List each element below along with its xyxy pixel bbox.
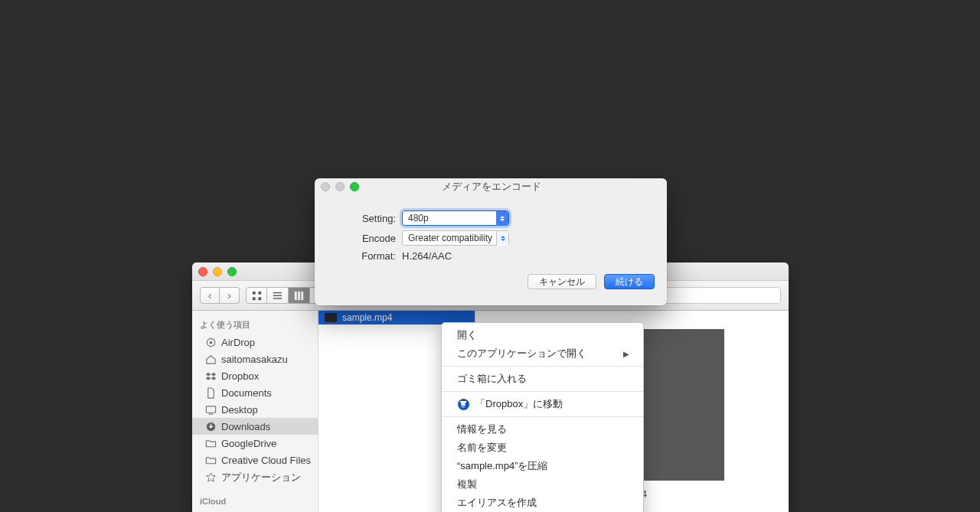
ctx-move-dropbox[interactable]: 「Dropbox」に移動 <box>442 395 643 413</box>
sidebar-icloud-header: iCloud <box>192 493 318 509</box>
close-button[interactable] <box>198 267 207 276</box>
back-button[interactable]: ‹ <box>200 287 220 304</box>
sidebar: よく使う項目 AirDrop saitomasakazu Dropbox Doc… <box>192 311 318 512</box>
view-list-button[interactable] <box>267 287 289 304</box>
home-icon <box>204 353 217 365</box>
setting-value: 480p <box>408 213 429 223</box>
sidebar-item-label: アプリケーション <box>221 471 301 484</box>
sidebar-item-label: Desktop <box>221 404 258 416</box>
folder-icon <box>204 454 217 466</box>
traffic-lights <box>321 182 359 191</box>
sidebar-item-label: Creative Cloud Files <box>221 455 311 466</box>
svg-rect-2 <box>252 297 255 300</box>
sidebar-item-downloads[interactable]: Downloads <box>192 418 318 435</box>
sidebar-item-applications[interactable]: アプリケーション <box>192 468 318 487</box>
video-file-icon <box>325 313 337 322</box>
encode-dialog: メディアをエンコード Setting: 480p Encode Greater … <box>315 178 667 305</box>
svg-rect-1 <box>258 291 261 294</box>
chevron-updown-icon <box>496 231 508 246</box>
submenu-arrow-icon: ▶ <box>623 350 629 358</box>
svg-rect-8 <box>298 291 300 299</box>
encode-title: メディアをエンコード <box>359 180 624 194</box>
ctx-rename[interactable]: 名前を変更 <box>442 439 643 457</box>
dropbox-icon <box>204 370 217 382</box>
svg-rect-5 <box>273 295 282 295</box>
minimize-button[interactable] <box>213 267 222 276</box>
desktop-icon <box>204 403 217 416</box>
sidebar-item-label: Documents <box>221 387 272 399</box>
svg-rect-3 <box>258 297 261 300</box>
ctx-open-with[interactable]: このアプリケーションで開く▶ <box>442 344 643 363</box>
setting-select[interactable]: 480p <box>402 210 509 226</box>
continue-button[interactable]: 続ける <box>604 274 655 289</box>
zoom-button[interactable] <box>350 182 359 191</box>
svg-point-15 <box>209 341 212 344</box>
svg-rect-6 <box>273 298 282 298</box>
sidebar-item-googledrive[interactable]: GoogleDrive <box>192 435 318 452</box>
downloads-icon <box>204 420 217 432</box>
format-value: H.264/AAC <box>402 250 452 262</box>
zoom-button[interactable] <box>227 267 237 276</box>
forward-button[interactable]: › <box>220 287 240 304</box>
context-menu: 開く このアプリケーションで開く▶ ゴミ箱に入れる 「Dropbox」に移動 情… <box>441 322 644 512</box>
sidebar-item-home[interactable]: saitomasakazu <box>192 351 318 367</box>
minimize-button[interactable] <box>335 182 345 191</box>
folder-icon <box>204 437 217 449</box>
sidebar-item-airdrop[interactable]: AirDrop <box>192 334 318 351</box>
ctx-get-info[interactable]: 情報を見る <box>442 420 643 439</box>
format-label: Format: <box>330 250 402 262</box>
sidebar-item-desktop[interactable]: Desktop <box>192 401 318 418</box>
encode-select[interactable]: Greater compatibility <box>402 230 509 246</box>
close-button[interactable] <box>321 182 330 191</box>
sidebar-item-label: saitomasakazu <box>221 354 288 365</box>
sidebar-item-label: Dropbox <box>221 370 259 382</box>
encode-value: Greater compatibility <box>408 233 492 243</box>
search-input[interactable] <box>651 287 781 304</box>
sidebar-item-label: AirDrop <box>221 337 255 348</box>
svg-rect-0 <box>252 291 255 294</box>
encode-label: Encode <box>330 233 402 244</box>
svg-rect-4 <box>273 292 282 292</box>
traffic-lights <box>198 267 237 276</box>
svg-rect-7 <box>295 291 297 299</box>
svg-rect-16 <box>206 406 215 412</box>
ctx-trash[interactable]: ゴミ箱に入れる <box>442 370 643 388</box>
ctx-alias[interactable]: エイリアスを作成 <box>442 494 643 512</box>
ctx-duplicate[interactable]: 複製 <box>442 475 643 494</box>
chevron-updown-icon <box>496 211 508 226</box>
sidebar-favorites-header: よく使う項目 <box>192 315 318 334</box>
sidebar-item-label: GoogleDrive <box>221 438 276 449</box>
airdrop-icon <box>204 336 217 348</box>
sidebar-item-ccfiles[interactable]: Creative Cloud Files <box>192 452 318 468</box>
view-column-button[interactable] <box>289 287 310 304</box>
nav-group: ‹ › <box>200 287 240 304</box>
sidebar-item-label: Downloads <box>221 421 270 432</box>
ctx-open[interactable]: 開く <box>442 326 643 344</box>
view-icon-button[interactable] <box>246 287 267 304</box>
sidebar-item-dropbox[interactable]: Dropbox <box>192 367 318 384</box>
applications-icon <box>204 471 217 484</box>
encode-actions: キャンセル 続ける <box>315 274 667 300</box>
ctx-compress[interactable]: “sample.mp4”を圧縮 <box>442 457 643 475</box>
setting-label: Setting: <box>330 213 402 224</box>
separator <box>442 391 643 392</box>
svg-rect-9 <box>301 291 303 299</box>
document-icon <box>204 386 217 399</box>
cancel-button[interactable]: キャンセル <box>528 274 596 289</box>
file-name: sample.mp4 <box>342 312 392 323</box>
separator <box>442 366 643 367</box>
sidebar-item-documents[interactable]: Documents <box>192 384 318 401</box>
separator <box>442 416 643 417</box>
dropbox-badge-icon <box>457 398 469 410</box>
encode-body: Setting: 480p Encode Greater compatibili… <box>315 195 667 274</box>
encode-titlebar: メディアをエンコード <box>315 178 667 195</box>
